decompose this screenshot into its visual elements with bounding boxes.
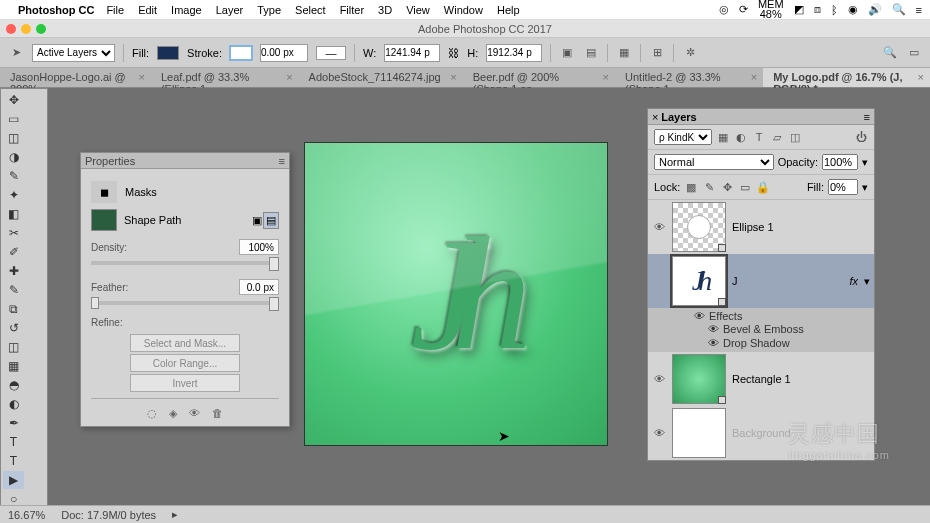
close-icon[interactable]: ×: [751, 71, 757, 83]
density-slider[interactable]: [91, 261, 279, 265]
lock-pixels-icon[interactable]: ▩: [684, 180, 698, 194]
layer-target-select[interactable]: Active Layers: [32, 44, 115, 62]
brush-tool[interactable]: ✎: [3, 281, 24, 299]
close-icon[interactable]: ×: [139, 71, 145, 83]
gradient-tool[interactable]: ▦: [3, 357, 24, 375]
load-selection-icon[interactable]: ◌: [147, 407, 157, 420]
path-align-icon[interactable]: ▣: [559, 45, 575, 61]
panel-header[interactable]: × Layers≡: [648, 109, 874, 125]
close-icon[interactable]: ×: [918, 71, 924, 83]
visibility-icon[interactable]: 👁: [694, 310, 705, 322]
hamburger-icon[interactable]: ≡: [916, 4, 922, 16]
close-icon[interactable]: ×: [450, 71, 456, 83]
path-select-icon[interactable]: ➤: [8, 45, 24, 61]
effect-drop-shadow-item[interactable]: Drop Shadow: [723, 337, 790, 349]
minimize-button[interactable]: [21, 24, 31, 34]
filter-type-icon[interactable]: T: [752, 130, 766, 144]
path-select-tool[interactable]: ▶: [3, 471, 24, 489]
layer-mask-icon[interactable]: ▣: [252, 214, 262, 227]
visibility-icon[interactable]: 👁: [652, 373, 666, 385]
visibility-icon[interactable]: 👁: [708, 337, 719, 349]
filter-kind-select[interactable]: ρ KindKind: [654, 129, 712, 145]
artboard-tool[interactable]: ▭: [3, 110, 24, 128]
history-brush-tool[interactable]: ↺: [3, 319, 24, 337]
path-arrange-icon[interactable]: ▦: [616, 45, 632, 61]
path-align-icon-2[interactable]: ▤: [583, 45, 599, 61]
close-button[interactable]: [6, 24, 16, 34]
layer-item[interactable]: 👁 Rectangle 1: [648, 352, 874, 406]
document-tab-active[interactable]: My Logo.pdf @ 16.7% (J, RGB/8) *×: [763, 68, 930, 87]
select-and-mask-button[interactable]: Select and Mask...: [130, 334, 240, 352]
volume-icon[interactable]: 🔊: [868, 3, 882, 16]
filter-toggle-icon[interactable]: ⏻: [854, 130, 868, 144]
opacity-input[interactable]: [822, 154, 858, 170]
chevron-down-icon[interactable]: ▾: [864, 275, 870, 288]
menu-view[interactable]: View: [406, 4, 430, 16]
zoom-button[interactable]: [36, 24, 46, 34]
crop-tool[interactable]: ◧: [3, 205, 24, 223]
disable-mask-icon[interactable]: 👁: [189, 407, 200, 420]
effects-label[interactable]: Effects: [709, 310, 742, 322]
cc-icon[interactable]: ◎: [719, 3, 729, 16]
menu-layer[interactable]: Layer: [216, 4, 244, 16]
bluetooth-icon[interactable]: ᛒ: [831, 4, 838, 16]
type-tool[interactable]: T: [3, 433, 24, 451]
feather-slider[interactable]: [91, 301, 279, 305]
shape-path-icon[interactable]: [91, 209, 117, 231]
density-input[interactable]: [239, 239, 279, 255]
dropbox-icon[interactable]: ⧈: [814, 3, 821, 16]
slice-tool[interactable]: ✂: [3, 224, 24, 242]
filter-shape-icon[interactable]: ▱: [770, 130, 784, 144]
width-input[interactable]: [384, 44, 440, 62]
document-tab[interactable]: JasonHoppe-Logo.ai @ 200%...×: [0, 68, 151, 87]
lock-position-icon[interactable]: ✎: [702, 180, 716, 194]
lock-icon[interactable]: 🔒: [756, 180, 770, 194]
apply-mask-icon[interactable]: ◈: [169, 407, 177, 420]
filter-pixel-icon[interactable]: ▦: [716, 130, 730, 144]
magic-wand-tool[interactable]: ✦: [3, 186, 24, 204]
panel-menu-icon[interactable]: ≡: [864, 111, 870, 123]
lock-artboard-icon[interactable]: ▭: [738, 180, 752, 194]
healing-tool[interactable]: ✚: [3, 262, 24, 280]
document-tab[interactable]: Leaf.pdf @ 33.3% (Ellipse 1, ...×: [151, 68, 299, 87]
document-tab[interactable]: Beer.pdf @ 200% (Shape 1 co...×: [463, 68, 615, 87]
blend-mode-select[interactable]: Normal: [654, 154, 774, 170]
fill-input[interactable]: [828, 179, 858, 195]
menu-file[interactable]: File: [106, 4, 124, 16]
chevron-down-icon[interactable]: ▾: [862, 156, 868, 169]
eyedropper-tool[interactable]: ✐: [3, 243, 24, 261]
marquee-tool[interactable]: ◫: [3, 129, 24, 147]
dodge-tool[interactable]: ◐: [3, 395, 24, 413]
type-vertical-tool[interactable]: T: [3, 452, 24, 470]
color-range-button[interactable]: Color Range...: [130, 354, 240, 372]
height-input[interactable]: [486, 44, 542, 62]
chevron-down-icon[interactable]: ▾: [862, 181, 868, 194]
doc-size[interactable]: Doc: 17.9M/0 bytes: [61, 509, 156, 521]
pen-tool[interactable]: ✒: [3, 414, 24, 432]
layer-name[interactable]: J: [732, 275, 738, 287]
layer-item-selected[interactable]: Jh J fx ▾: [648, 254, 874, 308]
visibility-icon[interactable]: 👁: [708, 323, 719, 335]
feather-input[interactable]: [239, 279, 279, 295]
close-icon[interactable]: ×: [652, 111, 658, 123]
effect-bevel-item[interactable]: Bevel & Emboss: [723, 323, 804, 335]
close-icon[interactable]: ×: [603, 71, 609, 83]
gear-icon[interactable]: ✲: [682, 45, 698, 61]
layer-item[interactable]: 👁 Background: [648, 406, 874, 460]
chevron-right-icon[interactable]: ▸: [172, 508, 178, 521]
document-tab[interactable]: Untitled-2 @ 33.3% (Shape 1...×: [615, 68, 763, 87]
menu-help[interactable]: Help: [497, 4, 520, 16]
blur-tool[interactable]: ◓: [3, 376, 24, 394]
cc-status-icon[interactable]: ⟳: [739, 3, 748, 16]
wifi-icon[interactable]: ◉: [848, 3, 858, 16]
menu-3d[interactable]: 3D: [378, 4, 392, 16]
menu-edit[interactable]: Edit: [138, 4, 157, 16]
mask-thumb-icon[interactable]: ◼: [91, 181, 117, 203]
search-icon[interactable]: 🔍: [892, 3, 906, 16]
workspace-icon[interactable]: ▭: [906, 45, 922, 61]
layer-thumb[interactable]: [672, 202, 726, 252]
zoom-level[interactable]: 16.67%: [8, 509, 45, 521]
canvas-viewport[interactable]: Jh: [305, 143, 607, 445]
filter-adjust-icon[interactable]: ◐: [734, 130, 748, 144]
menu-window[interactable]: Window: [444, 4, 483, 16]
